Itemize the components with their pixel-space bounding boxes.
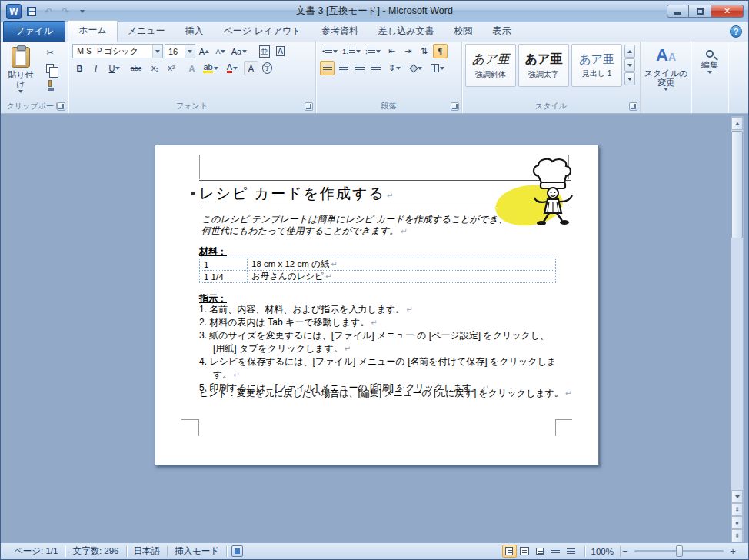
styles-gallery-expand-button[interactable] bbox=[624, 72, 635, 85]
align-left-button[interactable] bbox=[320, 61, 335, 75]
styles-scroll-down-button[interactable] bbox=[624, 58, 635, 72]
justify-button[interactable] bbox=[368, 61, 383, 75]
paragraph-dialog-launcher[interactable] bbox=[451, 102, 459, 111]
align-right-button[interactable] bbox=[352, 61, 367, 75]
multilevel-list-button[interactable]: ⁝ bbox=[363, 44, 383, 58]
document-title[interactable]: レシピ カードを作成する↵ bbox=[199, 184, 394, 204]
qat-customize-button[interactable] bbox=[75, 5, 90, 18]
line-spacing-button[interactable]: ⇕ bbox=[384, 61, 404, 75]
tab-references[interactable]: 参考資料 bbox=[311, 22, 368, 42]
font-name-combo[interactable]: ＭＳ Ｐゴシック bbox=[72, 44, 163, 58]
text-effects-button[interactable]: A bbox=[185, 61, 199, 75]
next-page-button[interactable]: ⇟ bbox=[731, 529, 743, 542]
tab-home[interactable]: ホーム bbox=[68, 20, 118, 42]
scrollbar-thumb[interactable] bbox=[731, 131, 743, 238]
input-status-icon[interactable] bbox=[231, 545, 243, 557]
zoom-in-button[interactable]: + bbox=[728, 545, 737, 557]
draft-view-button[interactable] bbox=[564, 545, 578, 558]
style-emphasis-italic[interactable]: あア亜 強調斜体 bbox=[465, 44, 516, 87]
strikethrough-button[interactable]: abc bbox=[126, 61, 146, 75]
table-row[interactable]: 1 18 cm x 12 cm の紙↵ bbox=[200, 258, 556, 271]
character-shading-button[interactable]: A bbox=[244, 61, 258, 75]
increase-indent-button[interactable]: ⇥ bbox=[401, 44, 415, 58]
item-cell[interactable]: お母さんのレシピ↵ bbox=[248, 271, 556, 283]
list-item[interactable]: 2. 材料の表内は Tab キーで移動します。↵ bbox=[199, 316, 561, 329]
change-styles-button[interactable]: AA スタイルの変更 bbox=[642, 43, 690, 97]
show-formatting-marks-button[interactable]: ¶ bbox=[433, 44, 448, 58]
list-item[interactable]: 4. レシピを保存するには、[ファイル] メニューの [名前を付けて保存] をク… bbox=[199, 355, 561, 382]
copy-button[interactable] bbox=[41, 61, 59, 75]
font-dialog-launcher[interactable] bbox=[305, 102, 313, 111]
clipboard-dialog-launcher[interactable] bbox=[57, 102, 65, 111]
previous-page-button[interactable]: ⇞ bbox=[731, 503, 743, 516]
numbering-button[interactable]: 1. bbox=[341, 44, 361, 58]
materials-table[interactable]: 1 18 cm x 12 cm の紙↵ 1 1/4 お母さんのレシピ↵ bbox=[199, 258, 556, 283]
select-browse-object-button[interactable]: ● bbox=[731, 516, 743, 529]
zoom-slider[interactable]: − + bbox=[621, 545, 737, 557]
tab-page-layout[interactable]: ページ レイアウト bbox=[214, 22, 311, 42]
zoom-thumb[interactable] bbox=[676, 545, 683, 557]
scroll-down-button[interactable] bbox=[731, 490, 743, 503]
full-screen-reading-button[interactable] bbox=[518, 545, 532, 558]
cut-button[interactable]: ✂ bbox=[41, 45, 59, 60]
enclose-circle-button[interactable]: 字 bbox=[260, 61, 275, 75]
editing-menu-button[interactable]: 編集 bbox=[693, 43, 727, 97]
intro-paragraph[interactable]: このレシピ テンプレートは簡単にレシピ カードを作成することができ、↓何世代にも… bbox=[201, 214, 513, 237]
underline-button[interactable]: U bbox=[105, 61, 125, 75]
zoom-level[interactable]: 100% bbox=[585, 547, 620, 556]
help-button[interactable]: ? bbox=[730, 25, 742, 38]
titlebar[interactable]: W ↶ ↷ 文書 3 [互換モード] - Microsoft Word ✕ bbox=[1, 1, 748, 22]
ruby-button[interactable]: 亜 bbox=[257, 44, 271, 58]
outline-view-button[interactable] bbox=[548, 545, 563, 558]
font-size-combo[interactable]: 16 bbox=[165, 44, 195, 58]
language-indicator[interactable]: 日本語 bbox=[127, 545, 168, 557]
shading-button[interactable] bbox=[406, 61, 426, 75]
style-heading-1[interactable]: あア亜 見出し 1 bbox=[571, 44, 622, 87]
highlight-button[interactable]: ab bbox=[201, 61, 221, 75]
italic-button[interactable]: I bbox=[88, 61, 103, 75]
tab-mailings[interactable]: 差し込み文書 bbox=[368, 22, 444, 42]
redo-button[interactable]: ↷ bbox=[58, 5, 73, 18]
shrink-font-button[interactable]: A bbox=[213, 44, 228, 58]
zoom-track[interactable] bbox=[634, 550, 724, 552]
insert-mode-indicator[interactable]: 挿入モード bbox=[168, 545, 226, 557]
borders-button[interactable] bbox=[428, 61, 448, 75]
font-color-button[interactable]: A bbox=[222, 61, 242, 75]
word-app-icon[interactable]: W bbox=[6, 4, 22, 19]
word-count[interactable]: 文字数: 296 bbox=[65, 545, 125, 557]
undo-button[interactable]: ↶ bbox=[41, 5, 56, 18]
list-item[interactable]: 1. 名前、内容、材料、および指示を入力します。↵ bbox=[199, 303, 561, 316]
align-center-button[interactable] bbox=[336, 61, 351, 75]
decrease-indent-button[interactable]: ⇤ bbox=[384, 44, 399, 58]
tab-file[interactable]: ファイル bbox=[3, 21, 65, 42]
enclose-characters-button[interactable]: A bbox=[273, 44, 288, 58]
print-layout-view-button[interactable] bbox=[502, 545, 517, 558]
instructions-list[interactable]: 1. 名前、内容、材料、および指示を入力します。↵2. 材料の表内は Tab キ… bbox=[199, 303, 561, 395]
minimize-button[interactable] bbox=[667, 5, 689, 18]
chevron-down-icon[interactable] bbox=[152, 45, 162, 58]
bold-button[interactable]: B bbox=[72, 61, 87, 75]
tab-insert[interactable]: 挿入 bbox=[175, 22, 214, 42]
change-case-button[interactable]: Aa bbox=[229, 44, 249, 58]
item-cell[interactable]: 18 cm x 12 cm の紙↵ bbox=[248, 258, 556, 271]
superscript-button[interactable]: X² bbox=[164, 61, 178, 75]
document-page[interactable]: レシピ カードを作成する↵ このレシピ テンプレートは簡単にレシピ カードを作成… bbox=[155, 145, 599, 465]
list-item[interactable]: 3. 紙のサイズを変更するには、[ファイル] メニュー の [ページ設定] をク… bbox=[199, 329, 561, 355]
save-button[interactable] bbox=[24, 5, 39, 18]
scroll-up-button[interactable] bbox=[731, 117, 743, 130]
tab-view[interactable]: 表示 bbox=[482, 22, 521, 42]
page-indicator[interactable]: ページ: 1/1 bbox=[7, 545, 65, 557]
tab-review[interactable]: 校閲 bbox=[444, 22, 482, 42]
tab-menu[interactable]: メニュー bbox=[118, 22, 175, 42]
qty-cell[interactable]: 1 bbox=[200, 258, 248, 271]
web-layout-view-button[interactable] bbox=[533, 545, 548, 558]
paste-button[interactable]: 貼り付け bbox=[4, 43, 38, 94]
table-row[interactable]: 1 1/4 お母さんのレシピ↵ bbox=[200, 271, 556, 283]
subscript-button[interactable]: X₂ bbox=[148, 61, 162, 75]
maximize-button[interactable] bbox=[689, 5, 711, 18]
close-button[interactable]: ✕ bbox=[711, 5, 744, 18]
vertical-scrollbar[interactable]: ⇞ ● ⇟ bbox=[731, 116, 744, 542]
hint-line[interactable]: ヒント：変更を元に戻したい場合は、[編集] メニューの [元に戻す] をクリック… bbox=[199, 387, 571, 400]
zoom-out-button[interactable]: − bbox=[621, 545, 630, 557]
grow-font-button[interactable]: A bbox=[197, 44, 211, 58]
